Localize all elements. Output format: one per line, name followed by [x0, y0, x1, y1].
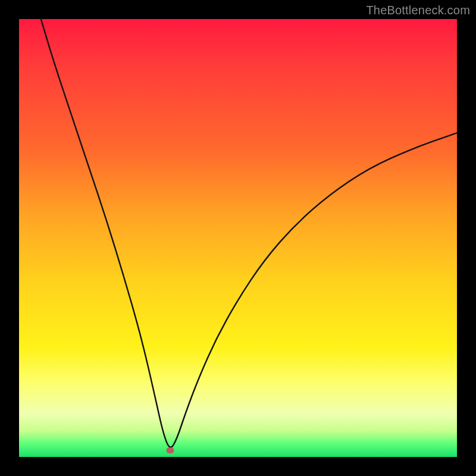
bottleneck-curve — [19, 19, 457, 457]
watermark-text: TheBottleneck.com — [366, 4, 470, 17]
plot-area — [19, 19, 457, 457]
chart-stage: TheBottleneck.com — [0, 0, 476, 476]
optimal-point-marker — [166, 447, 174, 453]
